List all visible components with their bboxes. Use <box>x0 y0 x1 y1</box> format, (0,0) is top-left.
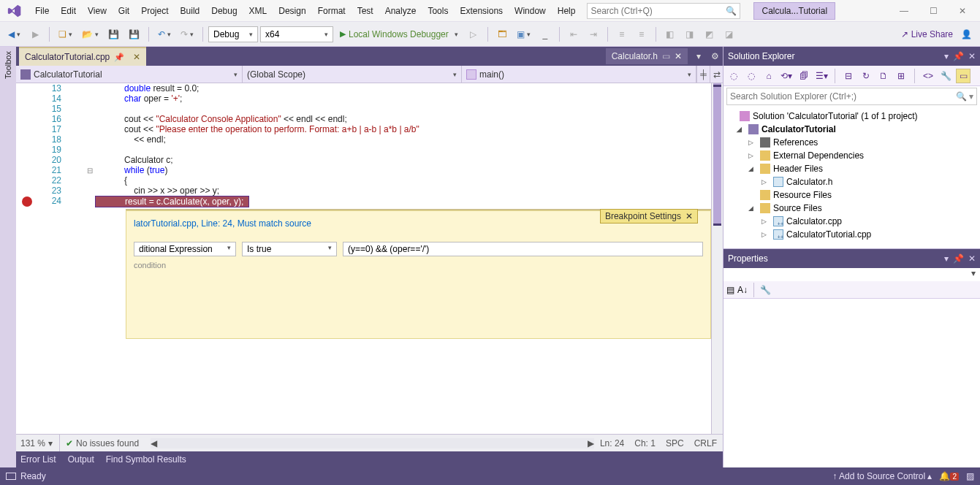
tab-overflow-icon[interactable]: ▾ <box>691 48 707 64</box>
se-collapse-icon[interactable]: ⊟ <box>841 69 856 83</box>
menu-build[interactable]: Build <box>175 0 206 22</box>
new-project-button[interactable]: ❏ <box>55 26 76 43</box>
bookmark-prev-icon[interactable]: ◩ <box>701 26 718 43</box>
live-share-button[interactable]: ↗ Live Share <box>901 29 953 39</box>
uncomment-icon[interactable]: ≡ <box>633 26 650 43</box>
bp-expression-input[interactable] <box>343 242 703 256</box>
status-overflow-icon[interactable]: ▨ <box>966 471 974 481</box>
properties-header[interactable]: Properties ▾📌✕ <box>723 249 980 268</box>
close-button[interactable]: ✕ <box>948 3 977 19</box>
solution-explorer-header[interactable]: Solution Explorer ▾📌✕ <box>723 47 980 66</box>
props-menu-icon[interactable]: ▾ <box>944 253 949 264</box>
props-az-icon[interactable]: A↓ <box>737 285 748 295</box>
tab-error-list[interactable]: Error List <box>20 454 56 465</box>
quick-search[interactable]: 🔍 <box>587 3 740 19</box>
menu-git[interactable]: Git <box>113 0 135 22</box>
tab-find-symbol[interactable]: Find Symbol Results <box>106 454 186 465</box>
se-code-icon[interactable]: <> <box>921 69 935 83</box>
add-source-control[interactable]: ↑ Add to Source Control ▴ <box>832 471 932 481</box>
indent-inc-icon[interactable]: ⇥ <box>585 26 602 43</box>
menu-view[interactable]: View <box>82 0 113 22</box>
se-search[interactable]: 🔍 ▾ <box>726 88 977 105</box>
se-switch-icon[interactable]: ⟲▾ <box>779 69 794 83</box>
props-close-icon[interactable]: ✕ <box>968 253 976 264</box>
code-editor[interactable]: 13 double result = 0.0;14 char oper = '+… <box>16 83 723 434</box>
tool-icon-3[interactable]: _ <box>536 26 554 43</box>
bp-condition-op-combo[interactable]: Is true <box>242 242 337 256</box>
open-button[interactable]: 📂 <box>78 26 102 43</box>
code-line[interactable]: 19 <box>16 145 711 155</box>
sln-node[interactable]: Solution 'CalculatorTutorial' (1 of 1 pr… <box>725 110 979 123</box>
se-search-input[interactable] <box>730 91 956 102</box>
nav-back-button[interactable]: ◀ <box>4 26 24 43</box>
props-pin-icon[interactable]: 📌 <box>953 253 964 264</box>
close-preview-icon[interactable]: ✕ <box>675 51 682 61</box>
dock-close-icon[interactable]: ✕ <box>968 51 976 61</box>
promote-icon[interactable]: ▭ <box>662 51 670 61</box>
minimize-button[interactable]: — <box>889 3 919 19</box>
se-props-icon[interactable]: ⊞ <box>894 69 908 83</box>
breakpoint-settings-header[interactable]: Breakpoint Settings ✕ <box>600 209 698 224</box>
run-noconfig-button[interactable]: ▷ <box>465 26 482 43</box>
bookmark-clear-icon[interactable]: ◪ <box>721 26 738 43</box>
nav-fwd-button[interactable]: ▶ <box>26 26 44 43</box>
se-back-icon[interactable]: ◌ <box>726 69 741 83</box>
zoom-combo[interactable]: 131 % ▾ <box>16 435 60 451</box>
dock-menu-icon[interactable]: ▾ <box>944 51 949 61</box>
menu-analyze[interactable]: Analyze <box>379 0 422 22</box>
tab-settings-icon[interactable]: ⚙ <box>707 48 723 64</box>
config-combo[interactable]: Debug <box>208 26 258 42</box>
menu-window[interactable]: Window <box>509 0 552 22</box>
menu-design[interactable]: Design <box>273 0 311 22</box>
close-tab-icon[interactable]: ✕ <box>133 52 140 62</box>
menu-test[interactable]: Test <box>352 0 379 22</box>
indent-dec-icon[interactable]: ⇤ <box>565 26 582 43</box>
resource-files-node[interactable]: Resource Files <box>725 188 979 202</box>
nav-scope-combo[interactable]: (Global Scope) <box>243 66 462 83</box>
se-fwd-icon[interactable]: ◌ <box>744 69 759 83</box>
tutorial-cpp-node[interactable]: ▷CalculatorTutorial.cpp <box>725 228 979 241</box>
quick-search-input[interactable] <box>590 6 726 16</box>
undo-button[interactable]: ↶ <box>154 26 175 43</box>
props-cat-icon[interactable]: ▤ <box>726 285 734 295</box>
code-line[interactable]: 22 { <box>16 175 711 186</box>
tool-icon-1[interactable]: 🗔 <box>493 26 511 43</box>
external-deps-node[interactable]: ▷External Dependencies <box>725 149 979 162</box>
solution-tree[interactable]: Solution 'CalculatorTutorial' (1 of 1 pr… <box>723 107 980 248</box>
tab-output[interactable]: Output <box>68 454 94 465</box>
props-wrench-icon[interactable]: 🔧 <box>760 285 771 295</box>
nav-class-combo[interactable]: CalculatorTutorial <box>16 66 243 83</box>
menu-format[interactable]: Format <box>312 0 352 22</box>
menu-debug[interactable]: Debug <box>205 0 243 22</box>
pin-icon[interactable]: 📌 <box>114 53 124 62</box>
code-line[interactable]: 14 char oper = '+'; <box>16 93 711 104</box>
code-line[interactable]: 16 cout << "Calculator Console Applicati… <box>16 114 711 124</box>
start-debug-button[interactable]: Local Windows Debugger <box>335 26 463 43</box>
menu-xml[interactable]: XML <box>243 0 273 22</box>
source-files-node[interactable]: ◢Source Files <box>725 202 979 215</box>
calc-cpp-node[interactable]: ▷Calculator.cpp <box>725 215 979 228</box>
account-icon[interactable]: 👤 <box>957 26 976 43</box>
se-wrench-icon[interactable]: 🔧 <box>938 69 953 83</box>
bp-condition-type-combo[interactable]: ditional Expression <box>134 242 236 256</box>
close-bp-icon[interactable]: ✕ <box>685 211 693 221</box>
calc-h-node[interactable]: ▷Calculator.h <box>725 175 979 188</box>
code-line[interactable]: 17 cout << "Please enter the operation t… <box>16 124 711 134</box>
props-dropdown[interactable]: ▾ <box>723 268 980 281</box>
code-line[interactable]: 20 Calculator c; <box>16 155 711 165</box>
dock-pin-icon[interactable]: 📌 <box>953 51 964 61</box>
maximize-button[interactable]: ☐ <box>919 3 948 19</box>
menu-file[interactable]: File <box>29 0 55 22</box>
comment-icon[interactable]: ≡ <box>613 26 631 43</box>
save-button[interactable]: 💾 <box>105 26 123 43</box>
se-showall-icon[interactable]: 🗋 <box>876 69 891 83</box>
active-doc-tab[interactable]: CalculatorTutorial.cpp 📌 ✕ <box>19 47 146 66</box>
references-node[interactable]: ▷References <box>725 136 979 149</box>
header-files-node[interactable]: ◢Header Files <box>725 162 979 175</box>
editor-vscrollbar[interactable] <box>711 83 723 434</box>
preview-doc-tab[interactable]: Calculator.h ▭ ✕ <box>606 48 688 64</box>
split-editor-icon[interactable]: ╪ <box>696 66 710 83</box>
se-preview-toggle-icon[interactable]: ▭ <box>956 69 970 83</box>
tool-icon-2[interactable]: ▣ <box>513 26 534 43</box>
save-all-button[interactable]: 💾 <box>125 26 143 43</box>
